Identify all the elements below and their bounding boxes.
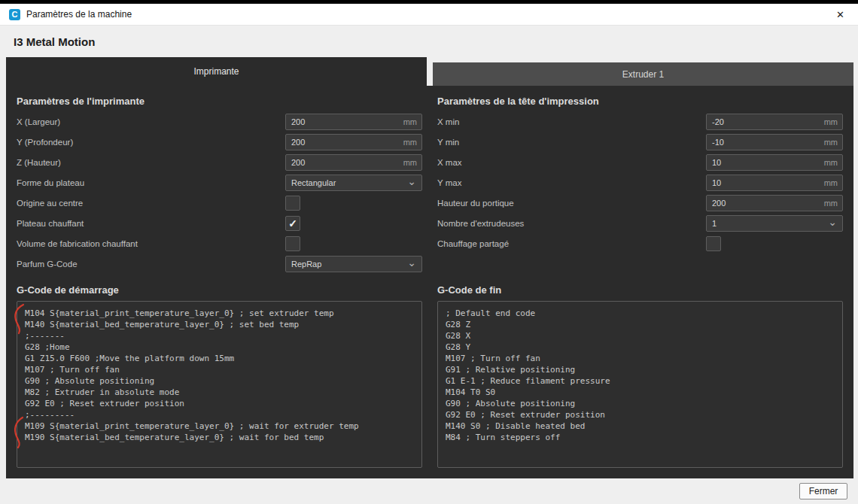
y-max-field: mm <box>706 175 843 191</box>
heated-build-volume-ctrl <box>285 236 422 251</box>
window-title: Paramètres de la machine <box>26 9 132 20</box>
gcode-flavor-row: Parfum G-Code RepRap ⌄ <box>17 254 422 274</box>
x-max-field: mm <box>706 154 843 171</box>
printhead-settings-column: Paramètres de la tête d'impression X min… <box>437 86 843 274</box>
gantry-height-row: Hauteur du portique mm <box>437 193 843 213</box>
fermer-button[interactable]: Fermer <box>799 483 847 499</box>
tab-imprimante[interactable]: Imprimante <box>6 57 427 86</box>
machine-name: I3 Metal Motion <box>0 26 858 48</box>
shared-heater-label: Chauffage partagé <box>437 239 509 248</box>
build-plate-shape-select[interactable]: Rectangular ⌄ <box>285 175 422 191</box>
heated-build-volume-row: Volume de fabrication chauffant <box>17 233 422 254</box>
window-titlebar: C Paramètres de la machine ✕ <box>0 4 858 26</box>
x-width-field: mm <box>285 114 422 130</box>
heated-build-volume-checkbox[interactable] <box>285 236 300 251</box>
extruder-count-ctrl: 1 ⌄ <box>706 215 843 232</box>
x-min-row: X min mm <box>437 111 843 132</box>
origin-at-center-label: Origine au centre <box>17 199 83 208</box>
extruder-count-value: 1 <box>712 219 717 228</box>
x-max-row: X max mm <box>437 152 843 172</box>
y-max-label: Y max <box>437 178 461 187</box>
z-height-field: mm <box>285 154 422 171</box>
y-min-label: Y min <box>437 138 459 147</box>
x-max-label: X max <box>437 158 462 167</box>
z-height-input[interactable] <box>285 154 422 171</box>
y-depth-field: mm <box>285 134 422 150</box>
start-gcode-title: G-Code de démarrage <box>17 284 422 296</box>
origin-at-center-checkbox[interactable] <box>285 196 300 211</box>
x-min-label: X min <box>437 117 459 126</box>
gcode-flavor-value: RepRap <box>291 260 321 269</box>
x-width-input[interactable] <box>285 114 422 130</box>
tab-bar: Imprimante Extruder 1 <box>6 57 853 86</box>
origin-at-center-row: Origine au centre <box>17 193 422 213</box>
chevron-down-icon: ⌄ <box>828 217 837 227</box>
extruder-count-label: Nombre d'extrudeuses <box>437 219 524 228</box>
y-depth-input[interactable] <box>285 134 422 150</box>
end-gcode-title: G-Code de fin <box>437 284 843 296</box>
y-depth-row: Y (Profondeur) mm <box>17 132 422 152</box>
origin-at-center-ctrl <box>285 196 422 211</box>
tab-extruder-1[interactable]: Extruder 1 <box>433 62 853 86</box>
shared-heater-checkbox[interactable] <box>706 236 721 251</box>
y-min-field: mm <box>706 134 843 150</box>
extruder-count-select[interactable]: 1 ⌄ <box>706 215 843 232</box>
heated-bed-ctrl: ✓ <box>285 216 422 231</box>
x-min-field: mm <box>706 114 843 130</box>
gantry-height-input[interactable] <box>706 195 843 211</box>
x-max-input[interactable] <box>706 154 843 171</box>
chevron-down-icon: ⌄ <box>407 257 416 268</box>
extruder-count-row: Nombre d'extrudeuses 1 ⌄ <box>437 213 843 233</box>
z-height-row: Z (Hauteur) mm <box>17 152 422 172</box>
start-gcode-editor[interactable]: M104 S{material_print_temperature_layer_… <box>17 301 422 468</box>
footer-bar: Fermer <box>0 478 858 504</box>
machine-settings-panel: Imprimante Extruder 1 Paramètres de l'im… <box>6 57 853 478</box>
printer-settings-column: Paramètres de l'imprimante X (Largeur) m… <box>17 86 422 274</box>
x-min-input[interactable] <box>706 114 843 130</box>
y-min-row: Y min mm <box>437 132 843 152</box>
x-width-row: X (Largeur) mm <box>17 111 422 132</box>
end-gcode-editor[interactable]: ; Default end code G28 Z G28 X G28 Y M10… <box>437 301 843 468</box>
printer-settings-title: Paramètres de l'imprimante <box>17 96 422 107</box>
y-max-input[interactable] <box>706 175 843 191</box>
build-plate-shape-label: Forme du plateau <box>17 178 84 187</box>
start-gcode-section: G-Code de démarrage M104 S{material_prin… <box>17 275 422 468</box>
build-plate-shape-value: Rectangular <box>291 178 336 187</box>
panel-body: Paramètres de l'imprimante X (Largeur) m… <box>6 86 853 478</box>
gantry-height-field: mm <box>706 195 843 211</box>
gantry-height-label: Hauteur du portique <box>437 199 514 208</box>
tab-extruder-1-label: Extruder 1 <box>622 69 664 80</box>
shared-heater-row: Chauffage partagé <box>437 233 843 254</box>
shared-heater-ctrl <box>706 236 843 251</box>
chevron-down-icon: ⌄ <box>407 176 416 187</box>
build-plate-shape-row: Forme du plateau Rectangular ⌄ <box>17 172 422 193</box>
build-plate-shape-ctrl: Rectangular ⌄ <box>285 175 422 191</box>
close-icon[interactable]: ✕ <box>832 8 849 22</box>
y-depth-label: Y (Profondeur) <box>17 138 73 147</box>
heated-bed-row: Plateau chauffant ✓ <box>17 213 422 233</box>
heated-build-volume-label: Volume de fabrication chauffant <box>17 239 138 248</box>
y-min-input[interactable] <box>706 134 843 150</box>
printhead-settings-title: Paramètres de la tête d'impression <box>437 96 843 107</box>
end-gcode-section: G-Code de fin ; Default end code G28 Z G… <box>437 275 843 468</box>
y-max-row: Y max mm <box>437 172 843 193</box>
tab-imprimante-label: Imprimante <box>193 66 239 77</box>
gcode-flavor-ctrl: RepRap ⌄ <box>285 256 422 272</box>
gcode-flavor-select[interactable]: RepRap ⌄ <box>285 256 422 272</box>
heated-bed-checkbox[interactable]: ✓ <box>285 216 300 231</box>
x-width-label: X (Largeur) <box>17 117 60 126</box>
heated-bed-label: Plateau chauffant <box>17 219 84 228</box>
cura-logo-icon: C <box>9 9 20 20</box>
z-height-label: Z (Hauteur) <box>17 158 61 167</box>
gcode-flavor-label: Parfum G-Code <box>17 260 78 269</box>
